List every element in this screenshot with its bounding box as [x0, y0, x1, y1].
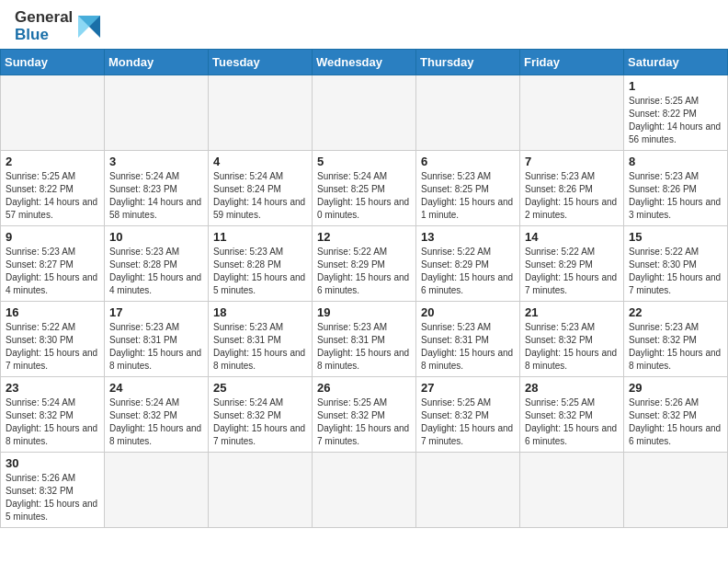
calendar-cell: 13Sunrise: 5:22 AM Sunset: 8:29 PM Dayli…	[416, 226, 520, 302]
day-info: Sunrise: 5:25 AM Sunset: 8:32 PM Dayligh…	[525, 396, 619, 448]
calendar-cell	[416, 453, 520, 528]
day-info: Sunrise: 5:25 AM Sunset: 8:32 PM Dayligh…	[317, 396, 411, 448]
day-number: 1	[629, 79, 722, 93]
calendar-cell: 18Sunrise: 5:23 AM Sunset: 8:31 PM Dayli…	[209, 302, 313, 377]
day-number: 28	[525, 381, 619, 395]
day-info: Sunrise: 5:24 AM Sunset: 8:23 PM Dayligh…	[109, 170, 203, 222]
weekday-header: Sunday	[1, 50, 105, 75]
day-number: 30	[6, 456, 99, 470]
day-info: Sunrise: 5:23 AM Sunset: 8:32 PM Dayligh…	[629, 321, 722, 373]
day-number: 25	[213, 381, 307, 395]
calendar-cell: 2Sunrise: 5:25 AM Sunset: 8:22 PM Daylig…	[1, 151, 105, 226]
day-info: Sunrise: 5:23 AM Sunset: 8:28 PM Dayligh…	[109, 246, 203, 297]
day-info: Sunrise: 5:24 AM Sunset: 8:32 PM Dayligh…	[6, 396, 99, 448]
calendar-cell: 23Sunrise: 5:24 AM Sunset: 8:32 PM Dayli…	[1, 377, 105, 453]
day-info: Sunrise: 5:23 AM Sunset: 8:31 PM Dayligh…	[421, 321, 515, 373]
day-number: 12	[317, 230, 411, 244]
calendar-cell: 9Sunrise: 5:23 AM Sunset: 8:27 PM Daylig…	[1, 226, 105, 302]
day-number: 24	[109, 381, 203, 395]
calendar-week-row: 9Sunrise: 5:23 AM Sunset: 8:27 PM Daylig…	[1, 226, 728, 302]
day-info: Sunrise: 5:22 AM Sunset: 8:30 PM Dayligh…	[6, 321, 99, 373]
calendar-cell: 25Sunrise: 5:24 AM Sunset: 8:32 PM Dayli…	[209, 377, 313, 453]
calendar-cell: 22Sunrise: 5:23 AM Sunset: 8:32 PM Dayli…	[624, 302, 728, 377]
day-number: 9	[6, 230, 99, 244]
calendar-cell: 15Sunrise: 5:22 AM Sunset: 8:30 PM Dayli…	[624, 226, 728, 302]
calendar-cell	[209, 453, 313, 528]
day-number: 5	[317, 155, 411, 168]
day-info: Sunrise: 5:23 AM Sunset: 8:32 PM Dayligh…	[525, 321, 619, 373]
day-info: Sunrise: 5:24 AM Sunset: 8:25 PM Dayligh…	[317, 170, 411, 222]
calendar-cell: 28Sunrise: 5:25 AM Sunset: 8:32 PM Dayli…	[520, 377, 624, 453]
day-info: Sunrise: 5:25 AM Sunset: 8:22 PM Dayligh…	[629, 95, 722, 146]
calendar-cell: 4Sunrise: 5:24 AM Sunset: 8:24 PM Daylig…	[209, 151, 313, 226]
calendar-cell: 29Sunrise: 5:26 AM Sunset: 8:32 PM Dayli…	[624, 377, 728, 453]
calendar-week-row: 30Sunrise: 5:26 AM Sunset: 8:32 PM Dayli…	[1, 453, 728, 528]
calendar-cell	[105, 75, 209, 151]
day-info: Sunrise: 5:23 AM Sunset: 8:31 PM Dayligh…	[317, 321, 411, 373]
day-number: 17	[109, 305, 203, 319]
day-number: 23	[6, 381, 99, 395]
day-number: 22	[629, 305, 722, 319]
calendar-table: SundayMondayTuesdayWednesdayThursdayFrid…	[0, 49, 728, 528]
calendar-cell: 11Sunrise: 5:23 AM Sunset: 8:28 PM Dayli…	[209, 226, 313, 302]
calendar-cell	[624, 453, 728, 528]
calendar-cell	[313, 75, 416, 151]
calendar-cell: 14Sunrise: 5:22 AM Sunset: 8:29 PM Dayli…	[520, 226, 624, 302]
calendar-cell	[520, 453, 624, 528]
weekday-header: Monday	[105, 50, 209, 75]
day-number: 4	[213, 155, 307, 168]
calendar-cell: 30Sunrise: 5:26 AM Sunset: 8:32 PM Dayli…	[1, 453, 105, 528]
calendar-cell: 24Sunrise: 5:24 AM Sunset: 8:32 PM Dayli…	[105, 377, 209, 453]
weekday-header: Wednesday	[313, 50, 416, 75]
calendar-cell: 7Sunrise: 5:23 AM Sunset: 8:26 PM Daylig…	[520, 151, 624, 226]
calendar-cell: 19Sunrise: 5:23 AM Sunset: 8:31 PM Dayli…	[313, 302, 416, 377]
day-info: Sunrise: 5:22 AM Sunset: 8:29 PM Dayligh…	[421, 246, 515, 297]
day-info: Sunrise: 5:22 AM Sunset: 8:29 PM Dayligh…	[317, 246, 411, 297]
day-number: 13	[421, 230, 515, 244]
day-number: 2	[6, 155, 99, 168]
day-info: Sunrise: 5:25 AM Sunset: 8:32 PM Dayligh…	[421, 396, 515, 448]
day-number: 11	[213, 230, 307, 244]
calendar-week-row: 1Sunrise: 5:25 AM Sunset: 8:22 PM Daylig…	[1, 75, 728, 151]
day-number: 26	[317, 381, 411, 395]
day-number: 3	[109, 155, 203, 168]
calendar-cell: 20Sunrise: 5:23 AM Sunset: 8:31 PM Dayli…	[416, 302, 520, 377]
day-number: 6	[421, 155, 515, 168]
calendar-cell	[105, 453, 209, 528]
calendar-cell	[209, 75, 313, 151]
calendar-cell: 16Sunrise: 5:22 AM Sunset: 8:30 PM Dayli…	[1, 302, 105, 377]
calendar-cell: 27Sunrise: 5:25 AM Sunset: 8:32 PM Dayli…	[416, 377, 520, 453]
day-info: Sunrise: 5:25 AM Sunset: 8:22 PM Dayligh…	[6, 170, 99, 222]
day-number: 19	[317, 305, 411, 319]
day-info: Sunrise: 5:23 AM Sunset: 8:26 PM Dayligh…	[629, 170, 722, 222]
calendar-cell: 26Sunrise: 5:25 AM Sunset: 8:32 PM Dayli…	[313, 377, 416, 453]
day-info: Sunrise: 5:23 AM Sunset: 8:25 PM Dayligh…	[421, 170, 515, 222]
day-number: 18	[213, 305, 307, 319]
calendar-cell	[313, 453, 416, 528]
day-number: 27	[421, 381, 515, 395]
calendar-week-row: 16Sunrise: 5:22 AM Sunset: 8:30 PM Dayli…	[1, 302, 728, 377]
calendar-cell: 6Sunrise: 5:23 AM Sunset: 8:25 PM Daylig…	[416, 151, 520, 226]
day-info: Sunrise: 5:22 AM Sunset: 8:29 PM Dayligh…	[525, 246, 619, 297]
day-info: Sunrise: 5:24 AM Sunset: 8:32 PM Dayligh…	[213, 396, 307, 448]
logo: General Blue	[15, 9, 104, 43]
calendar-cell: 3Sunrise: 5:24 AM Sunset: 8:23 PM Daylig…	[105, 151, 209, 226]
calendar-cell: 5Sunrise: 5:24 AM Sunset: 8:25 PM Daylig…	[313, 151, 416, 226]
calendar-cell: 17Sunrise: 5:23 AM Sunset: 8:31 PM Dayli…	[105, 302, 209, 377]
day-number: 29	[629, 381, 722, 395]
day-number: 7	[525, 155, 619, 168]
day-info: Sunrise: 5:26 AM Sunset: 8:32 PM Dayligh…	[6, 472, 99, 523]
day-info: Sunrise: 5:23 AM Sunset: 8:27 PM Dayligh…	[6, 246, 99, 297]
day-info: Sunrise: 5:24 AM Sunset: 8:24 PM Dayligh…	[213, 170, 307, 222]
day-number: 8	[629, 155, 722, 168]
day-number: 10	[109, 230, 203, 244]
day-number: 20	[421, 305, 515, 319]
weekday-header: Friday	[520, 50, 624, 75]
logo-triangle-icon	[74, 12, 104, 41]
header: General Blue	[0, 0, 728, 49]
day-info: Sunrise: 5:23 AM Sunset: 8:31 PM Dayligh…	[213, 321, 307, 373]
calendar-week-row: 23Sunrise: 5:24 AM Sunset: 8:32 PM Dayli…	[1, 377, 728, 453]
day-info: Sunrise: 5:26 AM Sunset: 8:32 PM Dayligh…	[629, 396, 722, 448]
day-number: 14	[525, 230, 619, 244]
calendar-cell	[520, 75, 624, 151]
